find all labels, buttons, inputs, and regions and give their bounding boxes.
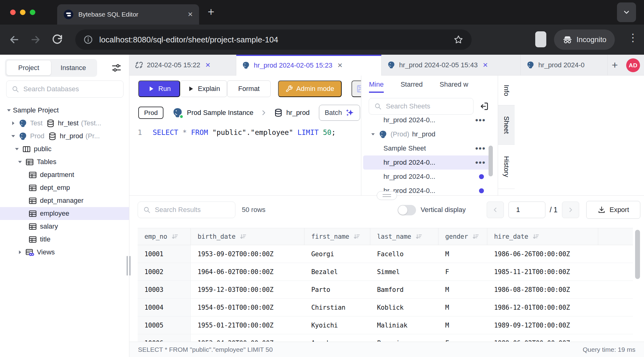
tree-item-test[interactable]: Testhr_test(Test... [0,117,129,130]
tab-shared[interactable]: Shared w [440,80,468,93]
tree-item-public[interactable]: public [0,143,129,155]
vertical-display-toggle[interactable] [398,205,416,215]
side-panel-icon[interactable] [535,31,546,47]
tree-item-salary[interactable]: salary [0,220,129,233]
sheet-tab-4[interactable]: hr_prod 2024-0 [521,55,608,75]
tree-item-prod[interactable]: Prodhr_prod(Pr... [0,130,129,143]
close-window-button[interactable] [10,10,16,15]
tree-item-views[interactable]: Views [0,246,129,259]
caret-down-icon[interactable] [5,106,13,114]
window-controls[interactable] [10,10,35,15]
sheet-list-item[interactable]: hr_prod 2024-0...••• [363,117,490,127]
caret-down-icon[interactable] [13,145,21,153]
sheet-item-label: hr_prod 2024-0... [383,117,435,124]
admin-mode-button[interactable]: Admin mode [278,80,342,97]
prev-page-button[interactable] [487,202,504,218]
tree-item-dept_emp[interactable]: dept_emp [0,181,129,194]
sheet-tab-3[interactable]: hr_prod 2024-02-05 15:43✕ [382,55,521,75]
results-table: emp_nobirth_datefirst_namelast_namegende… [138,228,633,342]
minimize-window-button[interactable] [20,10,26,15]
forward-icon[interactable] [29,33,42,46]
close-icon[interactable]: ✕ [337,62,343,69]
collapse-panel-icon[interactable] [479,101,489,111]
tab-instance[interactable]: Instance [51,61,96,75]
address-bar[interactable]: localhost:8080/sql-editor/sheet/project-… [75,29,472,50]
tab-search-button[interactable] [617,2,636,22]
zoom-window-button[interactable] [30,10,35,15]
more-menu-icon[interactable]: ••• [475,158,486,167]
rail-tab-sheet[interactable]: Sheet [498,105,515,145]
sheet-tab-2[interactable]: hr_prod 2024-02-05 15:23✕ [236,55,382,76]
tab-mine[interactable]: Mine [369,80,384,93]
sheet-list-item[interactable]: hr_prod 2024-0...••• [363,155,490,170]
column-header-birth_date[interactable]: birth_date [191,228,304,245]
caret-down-icon[interactable] [16,158,24,166]
environment-badge: Prod [138,107,163,119]
tree-item-title[interactable]: title [0,233,129,246]
more-menu-icon[interactable]: ••• [475,117,486,125]
tree-item-sampleproject[interactable]: Sample Project [0,104,129,117]
batch-button[interactable]: Batch [319,105,360,121]
browser-tab-title: Bytebase SQL Editor [78,11,183,18]
column-header-first_name[interactable]: first_name [304,228,370,245]
cell-gender: M [438,316,487,334]
code-line: 1 SELECT * FROM "public"."employee" LIMI… [129,127,336,138]
sidebar: Project Instance Search Databases Sample… [0,55,129,357]
results-scrollbar[interactable] [635,230,640,279]
cell-gender: F [438,334,487,342]
avatar[interactable]: AD [626,58,640,72]
rail-tab-history[interactable]: History [498,145,515,189]
export-button[interactable]: Export [586,201,640,219]
bookmark-star-icon[interactable] [453,34,464,45]
filter-settings-icon[interactable] [111,63,122,73]
sheet-group-header[interactable]: (Prod)hr_prod [361,127,498,141]
caret-right-icon[interactable] [9,119,17,127]
sheet-list-item[interactable]: hr_prod 2024-0... [363,170,490,184]
explain-button[interactable]: Explain [180,80,227,97]
back-icon[interactable] [8,33,20,46]
tab-starred[interactable]: Starred [401,80,423,93]
reload-icon[interactable] [51,33,63,46]
sheet-tab-1[interactable]: 2024-02-05 15:22✕ [129,55,236,75]
table-row[interactable]: 100021964-06-02T00:00:00ZBezalelSimmelF1… [138,263,633,281]
table-row[interactable]: 100051955-01-21T00:00:00ZKyoichiMaliniak… [138,316,633,334]
table-row[interactable]: 100011953-09-02T00:00:00ZGeorgiFacelloM1… [138,245,633,263]
instance-name[interactable]: Prod Sample Instance [187,109,253,117]
splitter-drag-handle[interactable] [377,191,397,200]
caret-right-icon[interactable] [16,248,24,256]
run-button[interactable]: Run [138,80,180,97]
browser-menu-icon[interactable]: ⋮ [628,31,638,44]
close-icon[interactable]: ✕ [205,61,211,69]
browser-tab[interactable]: Bytebase SQL Editor ✕ [57,4,199,25]
sheet-search-input[interactable]: Search Sheets [369,98,473,115]
more-menu-icon[interactable]: ••• [475,144,486,153]
tree-item-dept_manager[interactable]: dept_manager [0,194,129,207]
new-tab-button[interactable]: + [208,6,214,18]
results-search-input[interactable]: Search Results [138,202,235,218]
caret-down-icon[interactable] [9,132,17,140]
column-header-emp_no[interactable]: emp_no [138,228,191,245]
database-name[interactable]: hr_prod [286,109,310,117]
column-header-hire_date[interactable]: hire_date [487,228,598,245]
sheet-list-scrollbar[interactable] [489,146,493,176]
tab-project[interactable]: Project [6,61,51,75]
sheet-list-item[interactable]: Sample Sheet••• [363,141,490,155]
page-number-input[interactable]: 1 [509,202,545,218]
rail-tab-info[interactable]: Info [498,76,515,105]
tree-item-employee[interactable]: employee [0,207,129,220]
add-sheet-button[interactable]: + [608,55,622,75]
table-row[interactable]: 100031959-12-03T00:00:00ZPartoBamfordM19… [138,281,633,299]
format-button[interactable]: Format [227,80,271,97]
column-header-gender[interactable]: gender [438,228,487,245]
next-page-button[interactable] [562,202,579,218]
table-row[interactable]: 100041954-05-01T00:00:00ZChirstianKoblic… [138,299,633,316]
browser-tab-close-icon[interactable]: ✕ [187,11,193,18]
column-header-last_name[interactable]: last_name [370,228,438,245]
tree-item-department[interactable]: department [0,168,129,181]
close-icon[interactable]: ✕ [483,61,488,69]
tree-item-tables[interactable]: Tables [0,155,129,168]
table-icon [28,209,37,218]
table-row[interactable]: 100061953-04-20T00:00:00ZAnnekePreusigF1… [138,334,633,342]
site-info-icon[interactable] [83,35,93,45]
database-search-input[interactable]: Search Databases [6,80,124,98]
